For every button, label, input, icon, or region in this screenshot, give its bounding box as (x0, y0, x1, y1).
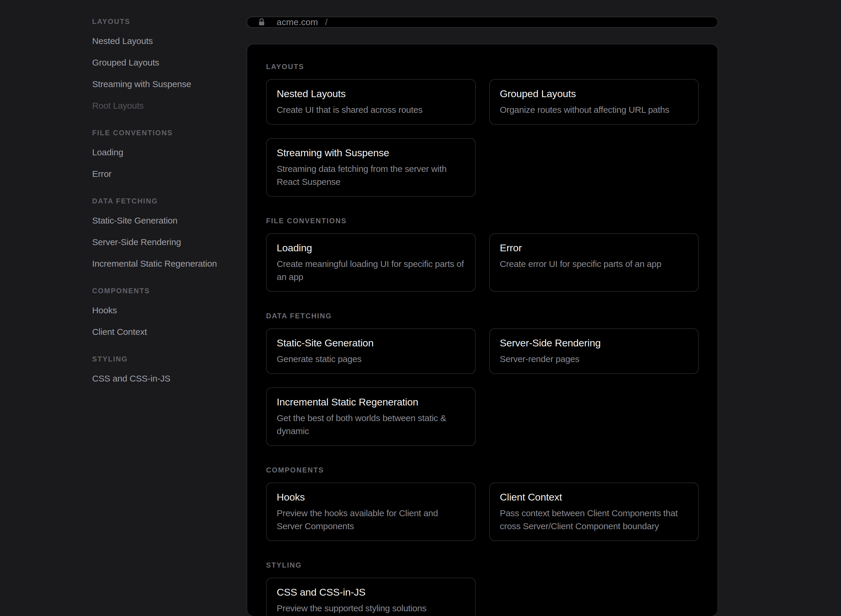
sidebar-item-css-and-css-in-js[interactable]: CSS and CSS-in-JS (92, 368, 235, 389)
sidebar-item-incremental-static-regeneration[interactable]: Incremental Static Regeneration (92, 253, 235, 274)
content-section-styling: STYLINGCSS and CSS-in-JSPreview the supp… (266, 562, 699, 616)
card-description: Generate static pages (277, 353, 465, 365)
sidebar-section-layouts: LAYOUTSNested LayoutsGrouped LayoutsStre… (92, 18, 235, 116)
sidebar-nav: LAYOUTSNested LayoutsGrouped LayoutsStre… (0, 0, 246, 616)
lock-icon (257, 18, 266, 26)
sidebar-item-hooks[interactable]: Hooks (92, 299, 235, 321)
card-grid: LoadingCreate meaningful loading UI for … (266, 233, 699, 292)
card-title: Hooks (277, 491, 465, 503)
card-title: Streaming with Suspense (277, 147, 465, 159)
content-column: acme.com / LAYOUTSNested LayoutsCreate U… (246, 0, 718, 616)
card-description: Get the best of both worlds between stat… (277, 412, 465, 438)
card-description: Create meaningful loading UI for specifi… (277, 258, 465, 283)
card-loading[interactable]: LoadingCreate meaningful loading UI for … (266, 233, 476, 292)
card-description: Preview the supported styling solutions (277, 602, 465, 615)
url-host: acme.com (277, 17, 318, 27)
card-css-and-css-in-js[interactable]: CSS and CSS-in-JSPreview the supported s… (266, 578, 476, 616)
sidebar-item-error[interactable]: Error (92, 163, 235, 185)
sidebar-section-heading: FILE CONVENTIONS (92, 129, 235, 136)
content-section-data-fetching: DATA FETCHINGStatic-Site GenerationGener… (266, 312, 699, 446)
card-title: Incremental Static Regeneration (277, 396, 465, 408)
card-streaming-with-suspense[interactable]: Streaming with SuspenseStreaming data fe… (266, 138, 476, 197)
card-description: Preview the hooks available for Client a… (277, 507, 465, 533)
app-root: LAYOUTSNested LayoutsGrouped LayoutsStre… (0, 0, 841, 616)
section-label: STYLING (266, 562, 699, 569)
card-error[interactable]: ErrorCreate error UI for specific parts … (489, 233, 699, 292)
sidebar-section-heading: COMPONENTS (92, 287, 235, 295)
card-grid: Static-Site GenerationGenerate static pa… (266, 329, 699, 446)
sidebar-item-root-layouts[interactable]: Root Layouts (92, 95, 235, 116)
card-description: Create error UI for specific parts of an… (500, 258, 688, 270)
browser-address-bar[interactable]: acme.com / (246, 16, 718, 28)
section-label: DATA FETCHING (266, 312, 699, 320)
sidebar-section-file-conventions: FILE CONVENTIONSLoadingError (92, 129, 235, 185)
card-description: Server-render pages (500, 353, 688, 365)
sidebar-item-streaming-with-suspense[interactable]: Streaming with Suspense (92, 73, 235, 95)
card-title: Server-Side Rendering (500, 337, 688, 349)
sidebar-item-loading[interactable]: Loading (92, 141, 235, 163)
sidebar-section-heading: LAYOUTS (92, 18, 235, 25)
card-nested-layouts[interactable]: Nested LayoutsCreate UI that is shared a… (266, 79, 476, 125)
card-hooks[interactable]: HooksPreview the hooks available for Cli… (266, 483, 476, 541)
sidebar-section-heading: STYLING (92, 356, 235, 363)
card-title: Static-Site Generation (277, 337, 465, 349)
card-title: Client Context (500, 491, 688, 503)
sidebar-item-nested-layouts[interactable]: Nested Layouts (92, 30, 235, 52)
content-section-components: COMPONENTSHooksPreview the hooks availab… (266, 466, 699, 541)
section-label: FILE CONVENTIONS (266, 217, 699, 224)
sidebar-item-client-context[interactable]: Client Context (92, 321, 235, 343)
card-static-site-generation[interactable]: Static-Site GenerationGenerate static pa… (266, 329, 476, 374)
sidebar-section-heading: DATA FETCHING (92, 198, 235, 205)
sidebar-section-styling: STYLINGCSS and CSS-in-JS (92, 356, 235, 389)
card-client-context[interactable]: Client ContextPass context between Clien… (489, 483, 699, 541)
sidebar-item-grouped-layouts[interactable]: Grouped Layouts (92, 52, 235, 73)
card-description: Streaming data fetching from the server … (277, 163, 465, 188)
sidebar-section-data-fetching: DATA FETCHINGStatic-Site GenerationServe… (92, 198, 235, 274)
card-grouped-layouts[interactable]: Grouped LayoutsOrganize routes without a… (489, 79, 699, 125)
sidebar-section-components: COMPONENTSHooksClient Context (92, 287, 235, 343)
card-server-side-rendering[interactable]: Server-Side RenderingServer-render pages (489, 329, 699, 374)
card-description: Organize routes without affecting URL pa… (500, 103, 688, 116)
sidebar-item-static-site-generation[interactable]: Static-Site Generation (92, 210, 235, 231)
card-title: Nested Layouts (277, 87, 465, 100)
section-label: LAYOUTS (266, 63, 699, 70)
card-grid: HooksPreview the hooks available for Cli… (266, 483, 699, 541)
card-grid: Nested LayoutsCreate UI that is shared a… (266, 79, 699, 197)
url-path: / (325, 17, 327, 27)
content-section-file-conventions: FILE CONVENTIONSLoadingCreate meaningful… (266, 217, 699, 292)
sidebar-item-server-side-rendering[interactable]: Server-Side Rendering (92, 231, 235, 253)
main-panel: LAYOUTSNested LayoutsCreate UI that is s… (246, 44, 718, 616)
card-title: CSS and CSS-in-JS (277, 586, 465, 598)
card-grid: CSS and CSS-in-JSPreview the supported s… (266, 578, 699, 616)
card-title: Loading (277, 242, 465, 254)
card-incremental-static-regeneration[interactable]: Incremental Static RegenerationGet the b… (266, 387, 476, 446)
content-section-layouts: LAYOUTSNested LayoutsCreate UI that is s… (266, 63, 699, 197)
card-description: Pass context between Client Components t… (500, 507, 688, 533)
card-title: Grouped Layouts (500, 87, 688, 100)
card-title: Error (500, 242, 688, 254)
section-label: COMPONENTS (266, 466, 699, 474)
card-description: Create UI that is shared across routes (277, 103, 465, 116)
